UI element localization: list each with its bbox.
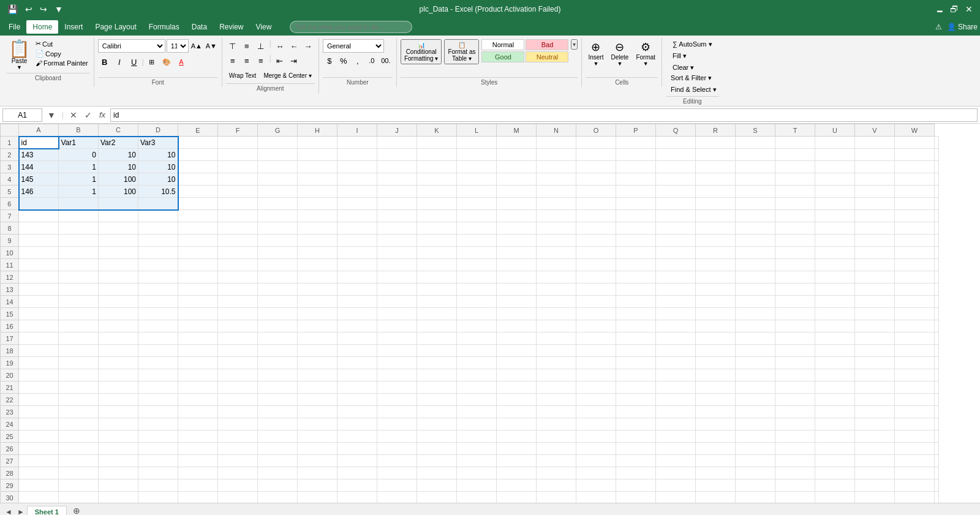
table-cell[interactable] <box>19 333 59 345</box>
table-cell[interactable]: 10 <box>99 149 138 161</box>
table-cell[interactable] <box>19 455 59 467</box>
col-header-b[interactable]: B <box>59 124 99 137</box>
table-cell[interactable] <box>59 492 99 503</box>
menu-formulas[interactable]: Formulas <box>143 20 186 34</box>
table-cell[interactable] <box>616 308 656 320</box>
table-cell[interactable] <box>775 186 815 198</box>
styles-expand-button[interactable]: ▾ <box>571 39 578 50</box>
table-cell[interactable] <box>178 235 218 247</box>
table-cell[interactable]: 100 <box>99 173 138 186</box>
table-cell[interactable] <box>99 406 138 418</box>
table-cell[interactable] <box>99 357 138 369</box>
table-cell[interactable] <box>696 259 736 271</box>
table-cell[interactable] <box>895 161 935 173</box>
table-cell[interactable] <box>218 210 258 222</box>
table-cell[interactable] <box>576 345 616 357</box>
table-cell[interactable] <box>855 369 895 382</box>
table-cell[interactable] <box>537 235 576 247</box>
table-cell[interactable] <box>417 173 457 186</box>
table-cell[interactable] <box>656 247 696 259</box>
table-cell[interactable] <box>775 271 815 284</box>
indent-increase-button[interactable]: → <box>301 39 315 53</box>
table-cell[interactable] <box>298 235 337 247</box>
table-cell[interactable]: 144 <box>19 161 59 173</box>
table-cell[interactable]: 1 <box>59 161 99 173</box>
table-cell[interactable] <box>616 479 656 492</box>
table-cell[interactable] <box>537 247 576 259</box>
table-cell[interactable] <box>298 259 337 271</box>
col-header-c[interactable]: C <box>99 124 138 137</box>
table-cell[interactable] <box>935 137 939 149</box>
table-cell[interactable] <box>736 479 775 492</box>
table-cell[interactable] <box>775 418 815 430</box>
table-cell[interactable] <box>656 271 696 284</box>
table-cell[interactable] <box>178 308 218 320</box>
table-cell[interactable] <box>497 418 537 430</box>
table-cell[interactable] <box>457 271 497 284</box>
insert-dropdown[interactable]: ▼ <box>594 61 599 67</box>
table-cell[interactable] <box>895 382 935 394</box>
table-cell[interactable] <box>775 455 815 467</box>
currency-button[interactable]: $ <box>323 54 336 67</box>
table-cell[interactable] <box>815 455 855 467</box>
table-cell[interactable] <box>337 247 377 259</box>
table-cell[interactable] <box>537 284 576 296</box>
table-cell[interactable] <box>258 149 298 161</box>
table-cell[interactable] <box>457 284 497 296</box>
row-header-18[interactable]: 18 <box>1 345 19 357</box>
paste-dropdown-icon[interactable]: ▼ <box>17 64 22 70</box>
table-cell[interactable] <box>258 345 298 357</box>
table-cell[interactable] <box>497 222 537 235</box>
table-cell[interactable] <box>736 394 775 406</box>
table-cell[interactable] <box>576 210 616 222</box>
table-cell[interactable]: 10 <box>99 161 138 173</box>
table-cell[interactable] <box>775 222 815 235</box>
table-cell[interactable] <box>497 333 537 345</box>
table-cell[interactable] <box>497 320 537 333</box>
table-cell[interactable] <box>935 394 939 406</box>
table-cell[interactable] <box>59 210 99 222</box>
table-cell[interactable] <box>377 430 417 443</box>
table-cell[interactable] <box>99 333 138 345</box>
table-cell[interactable] <box>417 333 457 345</box>
table-cell[interactable] <box>178 161 218 173</box>
table-cell[interactable] <box>457 345 497 357</box>
table-cell[interactable] <box>815 259 855 271</box>
table-cell[interactable] <box>696 345 736 357</box>
table-cell[interactable] <box>576 173 616 186</box>
table-cell[interactable] <box>377 173 417 186</box>
table-cell[interactable] <box>696 382 736 394</box>
table-cell[interactable] <box>895 369 935 382</box>
table-cell[interactable] <box>616 222 656 235</box>
table-cell[interactable] <box>457 259 497 271</box>
table-cell[interactable] <box>855 222 895 235</box>
table-cell[interactable] <box>417 271 457 284</box>
table-cell[interactable] <box>815 320 855 333</box>
table-cell[interactable] <box>736 259 775 271</box>
table-cell[interactable] <box>138 271 178 284</box>
table-cell[interactable] <box>895 186 935 198</box>
table-cell[interactable] <box>258 443 298 455</box>
table-cell[interactable] <box>775 357 815 369</box>
table-cell[interactable] <box>337 382 377 394</box>
table-cell[interactable] <box>337 137 377 149</box>
tell-me-input[interactable] <box>290 21 412 33</box>
save-icon[interactable]: 💾 <box>5 3 20 15</box>
table-cell[interactable] <box>337 406 377 418</box>
table-cell[interactable] <box>258 369 298 382</box>
table-cell[interactable] <box>576 406 616 418</box>
table-cell[interactable] <box>457 210 497 222</box>
table-cell[interactable] <box>497 210 537 222</box>
table-cell[interactable] <box>815 137 855 149</box>
table-cell[interactable] <box>337 259 377 271</box>
table-cell[interactable] <box>417 296 457 308</box>
table-cell[interactable] <box>19 296 59 308</box>
table-cell[interactable] <box>656 198 696 210</box>
table-cell[interactable] <box>178 443 218 455</box>
table-cell[interactable] <box>377 210 417 222</box>
table-cell[interactable] <box>656 443 696 455</box>
table-cell[interactable] <box>855 467 895 479</box>
table-cell[interactable] <box>298 308 337 320</box>
table-cell[interactable] <box>696 467 736 479</box>
table-cell[interactable] <box>178 284 218 296</box>
